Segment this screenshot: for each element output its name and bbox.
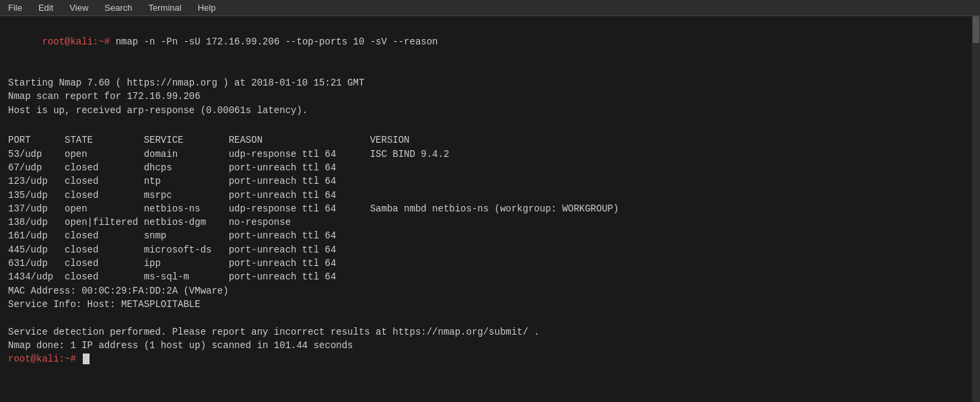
footer-mac: MAC Address: 00:0C:29:FA:DD:2A (VMware) [8,284,972,298]
footer-done: Nmap done: 1 IP address (1 host up) scan… [8,339,972,352]
menu-file[interactable]: File [5,2,25,13]
cursor-blink [83,354,90,364]
table-row: 67/udp closed dhcps port-unreach ttl 64 [8,161,972,174]
table-row: 135/udp closed msrpc port-unreach ttl 64 [8,189,972,202]
table-row: 161/udp closed snmp port-unreach ttl 64 [8,229,972,242]
output-blank1 [8,63,972,76]
table-row: 137/udp open netbios-ns udp-response ttl… [8,202,972,215]
table-row: 138/udp open|filtered netbios-dgm no-res… [8,215,972,229]
menu-edit[interactable]: Edit [36,2,56,13]
output-report: Nmap scan report for 172.16.99.206 [8,90,972,103]
menu-terminal[interactable]: Terminal [146,2,184,13]
terminal-body[interactable]: root@kali:~# nmap -n -Pn -sU 172.16.99.2… [0,16,980,402]
menu-view[interactable]: View [67,2,91,13]
table-row: 1434/udp closed ms-sql-m port-unreach tt… [8,270,972,283]
menu-search[interactable]: Search [102,2,135,13]
command-text: nmap -n -Pn -sU 172.16.99.206 --top-port… [116,36,438,47]
menu-bar: File Edit View Search Terminal Help [0,0,980,16]
output-starting: Starting Nmap 7.60 ( https://nmap.org ) … [8,76,972,90]
footer-blank [8,311,972,325]
footer-detection: Service detection performed. Please repo… [8,325,972,339]
menu-help[interactable]: Help [195,2,219,13]
footer-service-info: Service Info: Host: METASPLOITABLE [8,298,972,311]
terminal-window: File Edit View Search Terminal Help root… [0,0,980,402]
table-row: 445/udp closed microsoft-ds port-unreach… [8,243,972,257]
table-row: 123/udp closed ntp port-unreach ttl 64 [8,174,972,188]
table-header: PORT STATE SERVICE REASON VERSION [8,133,972,147]
output-host: Host is up, received arp-response (0.000… [8,104,972,117]
table-row: 631/udp closed ipp port-unreach ttl 64 [8,257,972,270]
scrollbar[interactable] [972,16,980,402]
final-prompt: root@kali:~# [8,352,81,366]
output-blank2 [8,117,972,131]
command-prompt: root@kali:~# [42,36,115,47]
command-line: root@kali:~# nmap -n -Pn -sU 172.16.99.2… [8,22,972,63]
scrollbar-thumb[interactable] [973,16,979,43]
scan-results-table: PORT STATE SERVICE REASON VERSION 53/udp… [8,133,972,283]
final-prompt-line: root@kali:~# [8,352,972,366]
table-row: 53/udp open domain udp-response ttl 64 I… [8,147,972,161]
